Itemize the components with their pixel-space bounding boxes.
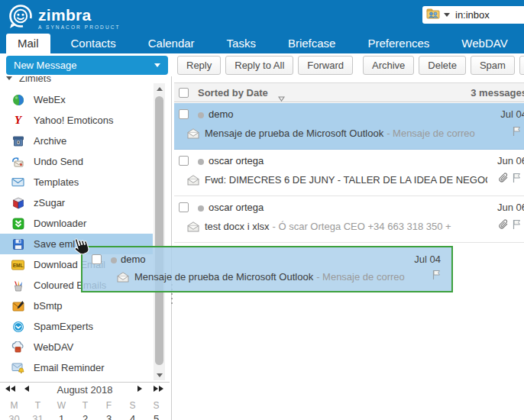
- message-row[interactable]: oscar ortega Jun 06 test docx i xlsx - Ó…: [174, 196, 524, 243]
- forward-button[interactable]: Forward: [298, 56, 353, 75]
- undo-envelope-icon: [11, 155, 24, 168]
- search-query-text[interactable]: in:inbox: [455, 9, 490, 21]
- scroll-up-icon[interactable]: [154, 83, 165, 94]
- search-input[interactable]: in:inbox: [422, 6, 524, 24]
- archive-button[interactable]: Archive: [363, 56, 414, 75]
- next-year-button[interactable]: [153, 386, 163, 392]
- day-header: F: [97, 399, 121, 412]
- eml-file-icon: EML: [11, 258, 24, 271]
- floppy-disk-icon: [11, 237, 24, 250]
- calendar-day-headers: M T W T F S S: [0, 397, 170, 412]
- sidebar-item-downloader[interactable]: Downloader: [0, 213, 153, 234]
- delete-button[interactable]: Delete: [419, 56, 466, 75]
- message-checkbox[interactable]: [179, 202, 189, 212]
- tab-calendar[interactable]: Calendar: [137, 34, 206, 53]
- day-header: W: [50, 399, 73, 412]
- sidebar-item-undo-send[interactable]: Undo Send: [0, 151, 153, 172]
- sidebar-item-yahoo-emoticons[interactable]: Y Yahoo! Emoticons: [0, 110, 153, 131]
- calendar-day[interactable]: 1: [50, 413, 73, 420]
- day-header: S: [144, 399, 168, 412]
- zimbra-mail-app: { "header": { "logo": { "title": "zimbra…: [0, 0, 524, 420]
- new-message-caret-icon[interactable]: [154, 63, 160, 67]
- spam-button[interactable]: Spam: [471, 56, 515, 75]
- drag-hand-cursor-icon: [71, 235, 91, 261]
- reply-all-button[interactable]: Reply to All: [225, 56, 293, 75]
- calendar-day[interactable]: 4: [121, 413, 144, 420]
- sidebar-section-zimlets[interactable]: Zimlets: [6, 76, 51, 85]
- envelope-icon: [11, 176, 24, 189]
- tab-tasks[interactable]: Tasks: [215, 34, 267, 53]
- sidebar-item-zsugar[interactable]: zSugar: [0, 192, 153, 213]
- message-list-header: Sorted by Date 3 messages: [174, 82, 524, 102]
- next-month-button[interactable]: [137, 386, 142, 392]
- sidebar-item-webdav[interactable]: WebDAV: [0, 337, 153, 357]
- search-folder-icon[interactable]: [426, 8, 440, 22]
- read-status-dot: [198, 112, 204, 118]
- tab-mail[interactable]: Mail: [6, 34, 50, 53]
- globe-icon: [11, 93, 24, 106]
- sidebar-item-archive[interactable]: Archive: [0, 131, 153, 151]
- day-header: M: [2, 399, 26, 412]
- flag-icon[interactable]: [512, 219, 521, 233]
- sidebar-scrollbar-thumb[interactable]: [155, 96, 163, 365]
- sidebar-item-label: Undo Send: [34, 156, 83, 167]
- sort-by-date-button[interactable]: Sorted by Date: [198, 87, 268, 99]
- sidebar-item-label: WebDAV: [34, 341, 73, 353]
- zimlets-label: Zimlets: [19, 76, 51, 84]
- search-scope-caret-icon[interactable]: [444, 13, 450, 17]
- ghost-date: Jul 04: [414, 254, 441, 265]
- message-subject: Fwd: DIMECRES 6 DE JUNY - TALLER DE LA I…: [205, 174, 487, 186]
- message-checkbox[interactable]: [179, 156, 189, 166]
- sidebar-item-label: Templates: [34, 176, 79, 188]
- calendar-day[interactable]: 31: [26, 413, 50, 420]
- day-header: T: [73, 399, 97, 412]
- message-row[interactable]: demo Jul 04 Mensaje de prueba de Microso…: [174, 103, 524, 150]
- move-button[interactable]: [519, 56, 524, 75]
- message-date: Jun 06: [497, 202, 524, 213]
- sidebar-scrollbar[interactable]: [154, 83, 165, 380]
- calendar-day[interactable]: 3: [97, 413, 121, 420]
- calendar-day[interactable]: 5: [144, 413, 168, 420]
- logo-wordmark: zimbra: [38, 7, 121, 24]
- message-snippet: - Mensaje de correo: [387, 128, 475, 139]
- mini-calendar: August 2018 M T W T F S S 30 31 1 2 3 4 …: [0, 383, 170, 420]
- reply-button[interactable]: Reply: [177, 56, 221, 75]
- tab-webdav[interactable]: WebDAV: [450, 34, 519, 53]
- new-message-label: New Message: [14, 60, 76, 71]
- message-checkbox[interactable]: [179, 109, 189, 119]
- app-tabbar: Mail Contacts Calendar Tasks Briefcase P…: [0, 34, 524, 53]
- scroll-down-icon[interactable]: [154, 370, 165, 380]
- badge-icon: [11, 320, 24, 333]
- select-all-checkbox[interactable]: [179, 88, 189, 98]
- open-envelope-icon: [116, 272, 130, 283]
- tab-preferences[interactable]: Preferences: [356, 34, 441, 53]
- sidebar-item-label: SpamExperts: [34, 321, 93, 332]
- read-status-dot: [198, 159, 204, 165]
- collapse-triangle-icon[interactable]: [6, 76, 12, 80]
- attachment-paperclip-icon: [498, 173, 509, 186]
- message-sender: demo: [209, 108, 234, 120]
- new-message-button[interactable]: New Message: [6, 56, 168, 75]
- calendar-divider: [0, 382, 170, 383]
- sidebar-item-webex[interactable]: WebEx: [0, 89, 153, 110]
- drag-ghost: demo Jul 04 Mensaje de prueba de Microso…: [81, 246, 453, 292]
- ghost-flag-icon: [432, 270, 441, 283]
- tab-briefcase[interactable]: Briefcase: [277, 34, 348, 53]
- ghost-checkbox: [92, 254, 102, 264]
- sidebar-item-spamexperts[interactable]: SpamExperts: [0, 316, 153, 337]
- sidebar-item-label: Email Reminder: [34, 362, 104, 373]
- calendar-day[interactable]: 2: [73, 413, 97, 420]
- flag-icon[interactable]: [512, 126, 521, 140]
- sidebar-item-email-reminder[interactable]: Email Reminder: [0, 357, 153, 378]
- calendar-day[interactable]: 30: [2, 413, 26, 420]
- sidebar-item-templates[interactable]: Templates: [0, 172, 153, 192]
- envelope-pen-icon: [11, 299, 24, 312]
- flag-icon[interactable]: [512, 173, 521, 186]
- tab-contacts[interactable]: Contacts: [60, 34, 128, 53]
- ghost-snippet: - Mensaje de correo: [316, 271, 405, 283]
- message-row[interactable]: oscar ortega Jun 06 Fwd: DIMECRES 6 DE J…: [174, 150, 524, 196]
- sidebar-item-bsmtp[interactable]: bSmtp: [0, 296, 153, 316]
- download-chevrons-icon: [11, 217, 24, 230]
- zimbra-smiley-icon: [7, 3, 34, 34]
- day-header: T: [26, 399, 50, 412]
